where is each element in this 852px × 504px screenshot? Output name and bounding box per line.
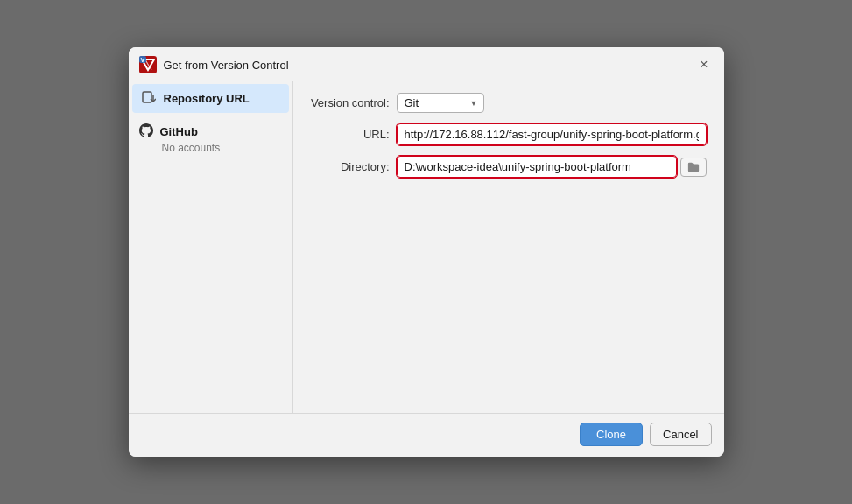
sidebar-github-label: GitHub [160,125,198,138]
dialog: V Get from Version Control × Repository … [129,47,724,457]
version-control-row: Version control: Git Mercurial Subversio… [311,93,707,113]
sidebar-item-github[interactable]: GitHub No accounts [129,116,292,160]
footer: Clone Cancel [129,413,724,457]
directory-input-wrapper [397,156,707,178]
folder-icon [687,161,700,173]
directory-label: Directory: [311,160,390,173]
version-control-select[interactable]: Git Mercurial Subversion [397,93,484,113]
github-no-accounts: No accounts [139,140,221,154]
main-panel: Version control: Git Mercurial Subversio… [293,80,724,413]
sidebar-item-repository-url[interactable]: Repository URL [132,84,289,113]
clone-button[interactable]: Clone [580,423,643,446]
github-icon [139,123,153,140]
spacer [311,188,707,404]
content-area: Repository URL GitHub No accounts [129,80,724,413]
app-icon: V [139,56,157,74]
directory-row: Directory: [311,156,707,178]
svg-rect-5 [143,92,151,102]
url-row: URL: [311,123,707,145]
url-label: URL: [311,128,390,141]
version-control-select-wrapper: Git Mercurial Subversion ▼ [397,93,484,113]
close-button[interactable]: × [696,56,711,74]
repository-url-icon [141,90,157,107]
github-top-row: GitHub [139,123,198,140]
svg-text:V: V [140,57,144,63]
version-control-label: Version control: [311,96,390,109]
sidebar-item-repository-url-label: Repository URL [164,92,250,105]
browse-folder-button[interactable] [680,158,707,177]
dialog-title: Get from Version Control [164,59,690,72]
sidebar: Repository URL GitHub No accounts [129,80,293,413]
titlebar: V Get from Version Control × [129,47,724,80]
directory-input[interactable] [397,156,677,178]
cancel-button[interactable]: Cancel [650,423,711,446]
url-input[interactable] [397,123,707,145]
url-input-wrapper [397,123,707,145]
